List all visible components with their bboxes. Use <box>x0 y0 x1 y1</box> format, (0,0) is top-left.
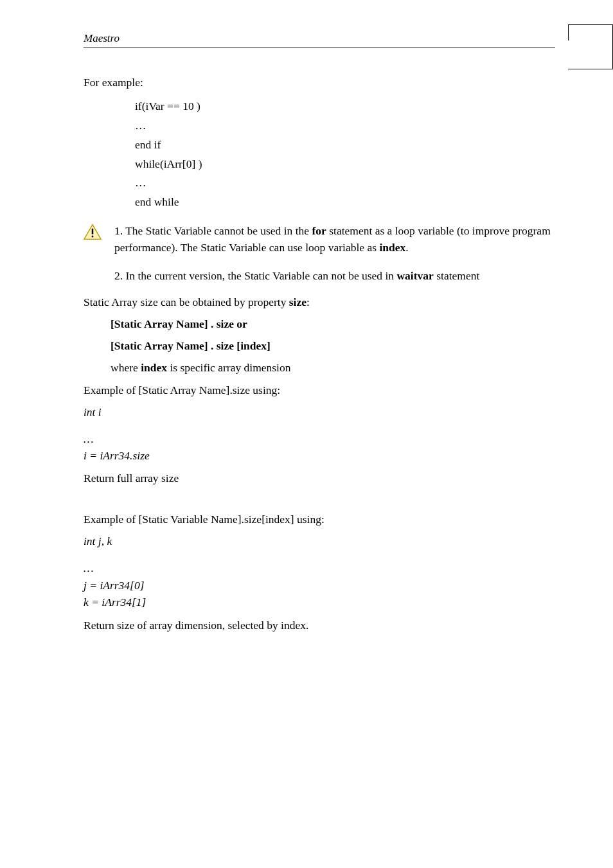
code-line: … <box>135 173 555 193</box>
note-1: 1. The Static Variable cannot be used in… <box>114 222 555 256</box>
text-span: Static Array size can be obtained by pro… <box>84 296 289 308</box>
keyword-size: size <box>289 296 306 308</box>
code-ellipsis: … <box>84 560 555 576</box>
note-text-span: 1. The Static Variable cannot be used in… <box>114 224 312 237</box>
page-corner-box <box>568 24 613 69</box>
syntax-line-1: [Static Array Name] . size or <box>111 315 555 332</box>
size-intro: Static Array size can be obtained by pro… <box>84 294 555 310</box>
syntax-line-2: [Static Array Name] . size [index] <box>111 337 555 354</box>
svg-rect-2 <box>92 235 93 237</box>
text-span: : <box>306 296 310 308</box>
code-int-jk: int j, k <box>84 533 555 549</box>
keyword-index: index <box>141 361 167 374</box>
note-2: 2. In the current version, the Static Va… <box>114 267 555 284</box>
code-k-assign: k = iArr34[1] <box>84 594 555 610</box>
svg-rect-1 <box>92 229 93 235</box>
note-text-span: 2. In the current version, the Static Va… <box>114 269 396 282</box>
example1-title: Example of [Static Array Name].size usin… <box>84 382 555 398</box>
code-int-i: int i <box>84 403 555 420</box>
code-line: if(iVar == 10 ) <box>135 97 555 116</box>
keyword-index: index <box>379 241 405 254</box>
code-example: if(iVar == 10 ) … end if while(iArr[0] )… <box>135 97 555 212</box>
for-example-label: For example: <box>84 74 555 91</box>
code-ellipsis: … <box>84 430 555 447</box>
return-1: Return full array size <box>84 470 555 486</box>
note-text-span: statement <box>434 269 479 282</box>
note-text-span: . <box>405 241 408 254</box>
keyword-waitvar: waitvar <box>396 269 433 282</box>
example2-title: Example of [Static Variable Name].size[i… <box>84 511 555 527</box>
code-j-assign: j = iArr34[0] <box>84 577 555 594</box>
code-line: … <box>135 116 555 136</box>
text-span: where <box>111 361 141 374</box>
header-rule <box>84 48 555 48</box>
header-title: Maestro <box>84 32 555 45</box>
text-span: is specific array dimension <box>167 361 290 374</box>
return-2: Return size of array dimension, selected… <box>84 617 555 633</box>
code-i-assign: i = iArr34.size <box>84 447 555 464</box>
code-line: end while <box>135 193 555 212</box>
code-line: end if <box>135 136 555 155</box>
keyword-for: for <box>312 224 326 237</box>
where-clause: where index is specific array dimension <box>111 359 555 376</box>
code-line: while(iArr[0] ) <box>135 155 555 174</box>
warning-icon <box>84 222 114 245</box>
